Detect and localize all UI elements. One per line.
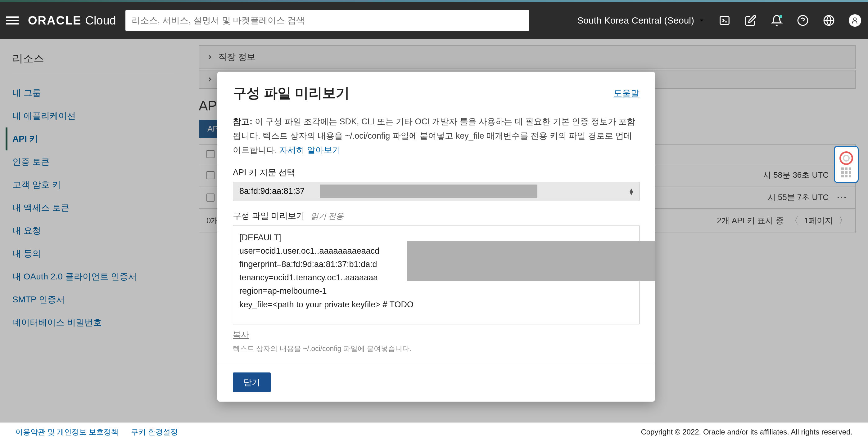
copyright: Copyright © 2022, Oracle and/or its affi… [641,428,852,436]
redaction-mask [320,184,537,198]
logo[interactable]: ORACLE Cloud [28,14,116,27]
fingerprint-select[interactable]: 8a:fd:9d:aa:81:37 ▴▾ [233,182,640,201]
learn-more-link[interactable]: 자세히 알아보기 [279,145,341,155]
modal-help-link[interactable]: 도움말 [614,88,640,99]
fingerprint-label: API 키 지문 선택 [233,167,640,178]
bell-icon[interactable] [770,14,783,27]
user-avatar[interactable] [848,14,862,27]
help-widget[interactable] [834,146,859,183]
modal-note: 참고: 이 구성 파일 조각에는 SDK, CLI 또는 기타 OCI 개발자 … [233,115,640,158]
config-textarea[interactable]: [DEFAULT] user=ocid1.user.oc1..aaaaaaaae… [233,225,640,325]
config-preview-modal: 구성 파일 미리보기 도움말 참고: 이 구성 파일 조각에는 SDK, CLI… [217,72,655,402]
global-header: ORACLE Cloud South Korea Central (Seoul) [0,2,868,39]
cookie-settings-link[interactable]: 쿠키 환경설정 [131,427,178,437]
region-selector[interactable]: South Korea Central (Seoul) [577,15,705,26]
page-footer: 이용약관 및 개인정보 보호정책 쿠키 환경설정 Copyright © 202… [0,422,868,441]
lifebuoy-icon [839,151,853,165]
copy-button[interactable]: 복사 [233,330,249,339]
config-hint: 텍스트 상자의 내용을 ~/.oci/config 파일에 붙여넣습니다. [233,344,640,353]
grid-icon [841,167,851,177]
edit-icon[interactable] [744,14,757,27]
readonly-label: 읽기 전용 [311,211,344,220]
svg-point-6 [854,18,857,21]
redaction-mask [407,241,655,281]
terms-link[interactable]: 이용약관 및 개인정보 보호정책 [16,427,119,437]
chevron-updown-icon: ▴▾ [629,188,633,195]
close-button[interactable]: 닫기 [233,372,271,392]
search-box [125,10,529,31]
help-icon[interactable] [796,14,810,27]
search-input[interactable] [132,15,523,26]
modal-title: 구성 파일 미리보기 [233,84,349,102]
menu-icon[interactable] [6,14,19,27]
config-label: 구성 파일 미리보기 [233,211,305,220]
globe-icon[interactable] [822,14,836,27]
cloud-shell-icon[interactable] [718,14,732,27]
